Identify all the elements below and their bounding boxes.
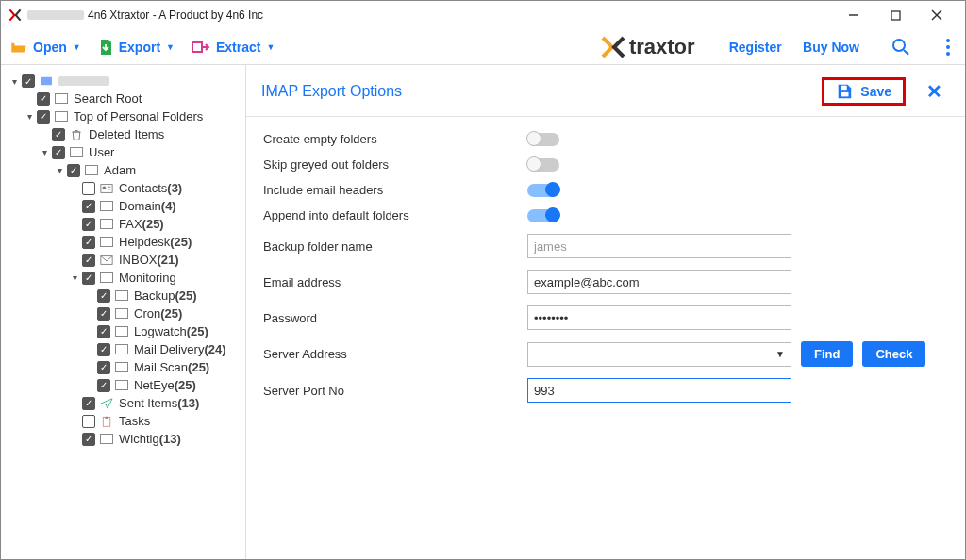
email-input[interactable] — [527, 270, 791, 294]
server-address-combo[interactable]: ▼ — [527, 342, 791, 367]
svg-rect-7 — [41, 77, 52, 86]
extract-menu[interactable]: Extract▼ — [192, 40, 275, 55]
tree-checkbox[interactable]: ✓ — [22, 74, 35, 88]
tree-checkbox[interactable]: ✓ — [52, 128, 65, 141]
server-port-input[interactable] — [527, 378, 791, 403]
tree-node[interactable]: ✓INBOX (21) — [8, 251, 242, 269]
tree-checkbox[interactable] — [82, 182, 95, 195]
check-button[interactable]: Check — [862, 341, 925, 367]
tree-node[interactable]: ✓Mail Scan (25) — [8, 358, 242, 376]
tree-checkbox[interactable]: ✓ — [82, 272, 95, 285]
tree-node[interactable]: ✓Logwatch (25) — [8, 322, 242, 340]
find-button[interactable]: Find — [801, 341, 853, 367]
tree-toggle-icon[interactable]: ▾ — [24, 111, 35, 122]
password-input[interactable] — [527, 305, 791, 330]
tree-node[interactable]: ✓Backup (25) — [8, 287, 242, 305]
register-link[interactable]: Register — [729, 40, 782, 55]
server-address-row: Server Address ▼ Find Check — [263, 336, 948, 372]
svg-rect-1 — [891, 11, 900, 20]
tree-checkbox[interactable]: ✓ — [82, 397, 95, 410]
tree-checkbox[interactable]: ✓ — [97, 379, 110, 392]
svg-point-9 — [103, 186, 107, 189]
tree-checkbox[interactable]: ✓ — [82, 218, 95, 231]
tree-node[interactable]: ✓Helpdesk (25) — [8, 233, 242, 251]
maximize-button[interactable] — [874, 1, 916, 29]
tree-checkbox[interactable]: ✓ — [82, 254, 95, 267]
include-headers-toggle[interactable] — [527, 184, 559, 197]
tree-toggle-icon[interactable]: ▾ — [54, 165, 65, 175]
open-menu[interactable]: Open▼ — [10, 40, 81, 55]
title-bar: 4n6 Xtraxtor - A Product by 4n6 Inc — [1, 1, 965, 29]
append-default-toggle[interactable] — [527, 209, 559, 222]
append-default-label: Append into default folders — [263, 208, 527, 222]
tree-toggle-icon[interactable]: ▾ — [8, 76, 20, 87]
close-button[interactable] — [916, 1, 958, 29]
tree-checkbox[interactable]: ✓ — [52, 146, 65, 159]
tree-checkbox[interactable]: ✓ — [82, 236, 95, 249]
tree-toggle-icon[interactable]: ▾ — [69, 272, 80, 283]
create-empty-folders-label: Create empty folders — [263, 132, 527, 146]
tree-node[interactable]: ▾✓User — [8, 143, 242, 161]
tree-checkbox[interactable] — [82, 415, 95, 428]
tree-node[interactable]: ✓NetEye (25) — [8, 376, 242, 394]
window-title: 4n6 Xtraxtor - A Product by 4n6 Inc — [88, 8, 833, 22]
brand-logo: traxtor — [601, 35, 695, 59]
save-label: Save — [860, 84, 891, 99]
options-form: Create empty folders Skip greyed out fol… — [246, 121, 965, 414]
tree-node[interactable]: ✓Search Root — [8, 90, 242, 107]
tree-node[interactable]: ✓Mail Delivery (24) — [8, 340, 242, 358]
tree-node[interactable]: ✓Wichtig (13) — [8, 430, 242, 448]
backup-folder-input[interactable] — [527, 234, 791, 258]
app-window: 4n6 Xtraxtor - A Product by 4n6 Inc Open… — [0, 0, 966, 560]
tree-node[interactable]: ✓FAX (25) — [8, 215, 242, 233]
email-label: Email address — [263, 275, 527, 289]
main-toolbar: Open▼ Export▼ Extract▼ traxtor Register … — [1, 29, 965, 65]
tree-node[interactable]: Contacts (3) — [8, 179, 242, 197]
chevron-down-icon: ▼ — [775, 349, 785, 359]
content-area: ▾✓✓Search Root▾✓Top of Personal Folders✓… — [1, 65, 965, 559]
svg-rect-8 — [101, 184, 112, 192]
tree-checkbox[interactable]: ✓ — [97, 325, 110, 338]
tree-checkbox[interactable]: ✓ — [97, 361, 110, 374]
create-empty-folders-toggle[interactable] — [527, 133, 559, 146]
minimize-button[interactable] — [833, 1, 874, 29]
tree-checkbox[interactable]: ✓ — [37, 110, 50, 124]
search-icon[interactable] — [891, 38, 910, 57]
skip-greyed-label: Skip greyed out folders — [263, 157, 527, 172]
tree-node[interactable]: ✓Deleted Items — [8, 125, 242, 143]
tree-node[interactable]: ▾✓Top of Personal Folders — [8, 107, 242, 125]
tree-checkbox[interactable]: ✓ — [82, 200, 95, 213]
tree-checkbox[interactable]: ✓ — [97, 307, 110, 321]
svg-rect-15 — [841, 86, 847, 91]
tree-toggle-icon[interactable]: ▾ — [39, 147, 50, 157]
buy-now-link[interactable]: Buy Now — [803, 40, 859, 55]
append-default-row: Append into default folders — [263, 203, 948, 228]
export-menu[interactable]: Export▼ — [98, 39, 175, 56]
skip-greyed-row: Skip greyed out folders — [263, 152, 948, 177]
folder-tree[interactable]: ▾✓✓Search Root▾✓Top of Personal Folders✓… — [1, 65, 246, 559]
tree-node[interactable]: ✓Cron (25) — [8, 305, 242, 322]
open-label: Open — [33, 40, 67, 55]
tree-checkbox[interactable]: ✓ — [97, 289, 110, 303]
redacted-text — [27, 10, 84, 20]
tree-checkbox[interactable]: ✓ — [82, 433, 95, 446]
tree-node[interactable]: ▾✓Monitoring — [8, 269, 242, 287]
server-port-row: Server Port No — [263, 372, 948, 408]
tree-node[interactable]: ✓Sent Items (13) — [8, 394, 242, 412]
save-button[interactable]: Save — [822, 77, 906, 106]
tree-checkbox[interactable]: ✓ — [97, 343, 110, 356]
more-menu-icon[interactable] — [941, 39, 956, 56]
tree-node[interactable]: Tasks — [8, 412, 242, 430]
tree-node[interactable]: ▾✓ — [8, 73, 242, 90]
email-row: Email address — [263, 264, 948, 300]
skip-greyed-toggle[interactable] — [527, 158, 559, 172]
tree-node[interactable]: ✓Domain (4) — [8, 197, 242, 215]
tree-checkbox[interactable]: ✓ — [67, 164, 80, 177]
tree-node[interactable]: ▾✓Adam — [8, 161, 242, 179]
export-panel: IMAP Export Options Save ✕ Create empty … — [246, 65, 965, 559]
brand-x-icon — [601, 36, 627, 58]
tree-checkbox[interactable]: ✓ — [37, 92, 50, 106]
include-headers-row: Include email headers — [263, 177, 948, 203]
create-empty-folders-row: Create empty folders — [263, 126, 948, 152]
panel-close-button[interactable]: ✕ — [919, 76, 950, 107]
